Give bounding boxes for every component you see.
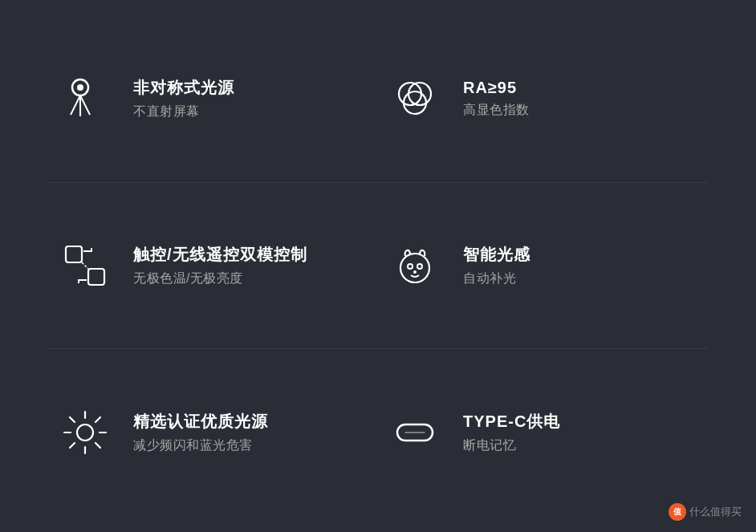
asymmetric-light-title: 非对称式光源 [133,77,234,99]
smart-light-subtitle: 自动补光 [463,270,530,287]
svg-line-22 [96,417,100,422]
cri-icon [386,70,444,128]
svg-point-13 [417,264,422,269]
typec-icon [386,404,444,461]
svg-rect-9 [88,269,104,285]
svg-line-10 [82,262,88,269]
quality-light-icon [56,404,114,461]
feature-asymmetric: 非对称式光源 不直射屏幕 [48,16,378,183]
quality-light-subtitle: 减少频闪和蓝光危害 [133,437,268,454]
asymmetric-light-icon [56,70,114,128]
svg-point-15 [77,424,93,441]
svg-line-1 [71,95,80,115]
svg-point-12 [408,264,413,269]
typec-text: TYPE-C供电 断电记忆 [463,411,560,454]
typec-title: TYPE-C供电 [463,411,560,433]
dual-control-text: 触控/无线遥控双模控制 无极色温/无极亮度 [133,244,307,287]
svg-point-14 [413,270,417,274]
dual-control-subtitle: 无极色温/无极亮度 [133,270,307,287]
cri-text: RA≥95 高显色指数 [463,79,530,119]
svg-point-7 [404,91,426,114]
dual-control-title: 触控/无线遥控双模控制 [133,244,307,266]
typec-subtitle: 断电记忆 [463,437,560,454]
svg-line-20 [70,417,75,422]
feature-dual-control: 触控/无线遥控双模控制 无极色温/无极亮度 [48,183,378,350]
watermark-dot-label: 值 [673,506,681,518]
watermark-text: 什么值得买 [689,505,742,519]
svg-line-23 [70,443,75,448]
asymmetric-light-subtitle: 不直射屏幕 [133,104,234,120]
svg-rect-8 [66,246,82,262]
watermark: 值 什么值得买 [669,503,742,521]
svg-line-21 [96,443,100,448]
cri-subtitle: 高显色指数 [463,102,530,119]
feature-cri: RA≥95 高显色指数 [378,16,708,183]
dual-control-icon [56,237,114,294]
svg-point-11 [400,254,429,282]
svg-line-3 [80,95,90,115]
quality-light-title: 精选认证优质光源 [133,411,268,433]
quality-light-text: 精选认证优质光源 减少频闪和蓝光危害 [133,411,268,454]
watermark-dot: 值 [669,503,686,521]
cri-title: RA≥95 [463,79,530,97]
feature-smart-light: 智能光感 自动补光 [378,183,708,350]
feature-typec: TYPE-C供电 断电记忆 [378,349,708,516]
svg-point-6 [408,83,431,105]
smart-light-icon [386,237,444,294]
asymmetric-light-text: 非对称式光源 不直射屏幕 [133,77,234,120]
feature-quality-light: 精选认证优质光源 减少频闪和蓝光危害 [48,349,378,516]
smart-light-title: 智能光感 [463,244,530,266]
svg-point-5 [399,83,421,105]
svg-point-4 [77,84,83,91]
smart-light-text: 智能光感 自动补光 [463,244,530,287]
